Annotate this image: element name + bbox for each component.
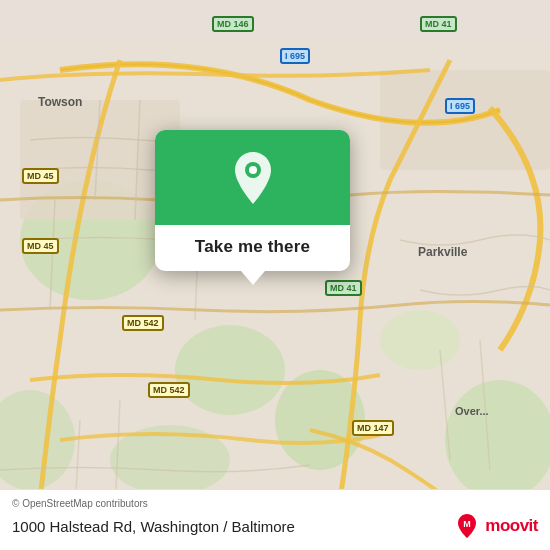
- town-label-towson: Towson: [38, 95, 82, 109]
- bottom-bar: © OpenStreetMap contributors 1000 Halste…: [0, 489, 550, 550]
- town-label-parkville: Parkville: [418, 245, 467, 259]
- badge-i695-right: I 695: [445, 98, 475, 114]
- badge-md41-mid: MD 41: [325, 280, 362, 296]
- moovit-logo: M moovit: [453, 512, 538, 540]
- moovit-icon: M: [453, 512, 481, 540]
- take-me-there-button[interactable]: Take me there: [185, 237, 320, 257]
- svg-text:M: M: [464, 519, 472, 529]
- badge-md542-top: MD 542: [122, 315, 164, 331]
- svg-point-2: [175, 325, 285, 415]
- badge-md146: MD 146: [212, 16, 254, 32]
- town-label-overlea: Over...: [455, 405, 489, 417]
- address-row: 1000 Halstead Rd, Washington / Baltimore…: [12, 512, 538, 540]
- svg-point-6: [445, 380, 550, 500]
- badge-md45-top: MD 45: [22, 168, 59, 184]
- badge-md147: MD 147: [352, 420, 394, 436]
- moovit-label: moovit: [485, 516, 538, 536]
- location-pin-icon: [231, 152, 275, 204]
- location-popup: Take me there: [155, 130, 350, 271]
- address-text: 1000 Halstead Rd, Washington / Baltimore: [12, 518, 295, 535]
- svg-point-5: [380, 310, 460, 370]
- badge-md542-bottom: MD 542: [148, 382, 190, 398]
- map-container: I 695 I 695 MD 146 MD 41 MD 45 MD 45 MD …: [0, 0, 550, 550]
- badge-i695-top: I 695: [280, 48, 310, 64]
- popup-header: [155, 130, 350, 225]
- svg-point-11: [249, 166, 257, 174]
- badge-md45-bottom: MD 45: [22, 238, 59, 254]
- map-background: [0, 0, 550, 550]
- copyright-text: © OpenStreetMap contributors: [12, 498, 538, 509]
- badge-md41-top: MD 41: [420, 16, 457, 32]
